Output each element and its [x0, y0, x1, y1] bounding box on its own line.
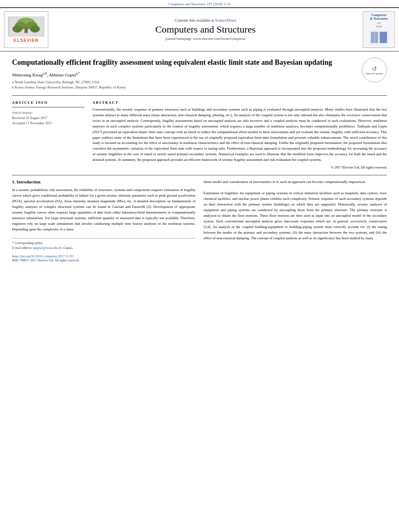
footnote-area: * Corresponding author. E-mail address: …	[12, 238, 195, 263]
abstract-column: ABSTRACT Conventionally, the seismic res…	[93, 101, 387, 169]
elsevier-logo-block: ELSEVIER	[4, 11, 48, 48]
accepted-date: Accepted 17 November 2017	[12, 121, 84, 125]
check-updates-badge: ↺ Check for updates	[362, 58, 387, 82]
article-title: Computationally efficient fragility asse…	[12, 58, 387, 68]
bottom-copyright: 0045-7949/© 2017 Elsevier Ltd. All right…	[12, 258, 195, 263]
intro-right-column: lation model and consideration of uncert…	[204, 179, 387, 263]
received-date: Received 10 August 2017	[12, 116, 84, 120]
history-label: Article history:	[12, 111, 84, 115]
affiliation-b: b Korea Atomic Energy Research Institute…	[12, 85, 387, 90]
thumb-volume: 1972018	[376, 22, 382, 28]
intro-right-text: lation model and consideration of uncert…	[204, 179, 387, 241]
journal-header-center: Contents lists available at ScienceDirec…	[52, 11, 359, 48]
doi-link[interactable]: https://doi.org/10.1016/j.compstruc.2017…	[12, 255, 74, 258]
footnote-email: E-mail address: agupta1@ncsu.edu (A. Gup…	[12, 246, 195, 251]
svg-rect-9	[380, 32, 387, 43]
svg-point-5	[12, 25, 22, 33]
elsevier-tree-logo	[8, 16, 44, 37]
article-title-block: Computationally efficient fragility asse…	[12, 58, 387, 68]
intro-heading: 1. Introduction	[12, 179, 195, 184]
introduction-section: 1. Introduction In a seismic probabilist…	[12, 175, 387, 263]
journal-thumbnail: Computers& Structures 1972018	[363, 11, 395, 48]
email-link[interactable]: agupta1@ncsu.edu	[33, 246, 58, 250]
thumb-cover-image	[369, 30, 389, 46]
top-bar: Computers and Structures 197 (2018) 1–11	[0, 0, 399, 7]
footnote-corresponding: * Corresponding author.	[12, 241, 195, 246]
info-divider	[12, 107, 84, 107]
sciencedirect-link[interactable]: ScienceDirect	[215, 18, 236, 23]
elsevier-tree-svg	[9, 17, 43, 36]
affiliation-a: a North Carolina State University, Ralei…	[12, 80, 387, 85]
check-updates-label: Check for updates	[366, 72, 383, 75]
info-abstract-section: ARTICLE INFO Article history: Received 1…	[12, 101, 387, 169]
article-info-column: ARTICLE INFO Article history: Received 1…	[12, 101, 84, 169]
affiliations: a North Carolina State University, Ralei…	[12, 80, 387, 90]
svg-point-6	[30, 25, 40, 33]
journal-homepage: journal homepage: www.elsevier.com/locat…	[52, 37, 359, 41]
authors-line: Shinyoung Kwaga,b, Abhinav Guptaa,*	[12, 72, 387, 77]
elsevier-wordmark: ELSEVIER	[14, 38, 39, 43]
intro-left-column: 1. Introduction In a seismic probabilist…	[12, 179, 195, 263]
divider-1	[12, 95, 387, 96]
contents-line: Contents lists available at ScienceDirec…	[52, 18, 359, 23]
intro-left-text: In a seismic probabilistic risk assessme…	[12, 187, 195, 232]
journal-citation: Computers and Structures 197 (2018) 1–11	[168, 2, 230, 6]
main-content: Computationally efficient fragility asse…	[0, 51, 399, 267]
svg-rect-4	[25, 27, 28, 33]
journal-title: Computers and Structures	[52, 24, 359, 35]
abstract-heading: ABSTRACT	[93, 101, 387, 105]
intro-two-col: 1. Introduction In a seismic probabilist…	[12, 179, 387, 263]
journal-header: ELSEVIER Contents lists available at Sci…	[0, 7, 399, 51]
check-updates-icon: ↺	[372, 66, 377, 72]
thumb-journal-title: Computers& Structures	[370, 13, 388, 21]
copyright-line: © 2017 Elsevier Ltd. All rights reserved…	[93, 165, 387, 169]
doi-block: https://doi.org/10.1016/j.compstruc.2017…	[12, 254, 195, 258]
article-info-heading: ARTICLE INFO	[12, 101, 84, 105]
abstract-text: Conventionally, the seismic response of …	[93, 107, 387, 163]
